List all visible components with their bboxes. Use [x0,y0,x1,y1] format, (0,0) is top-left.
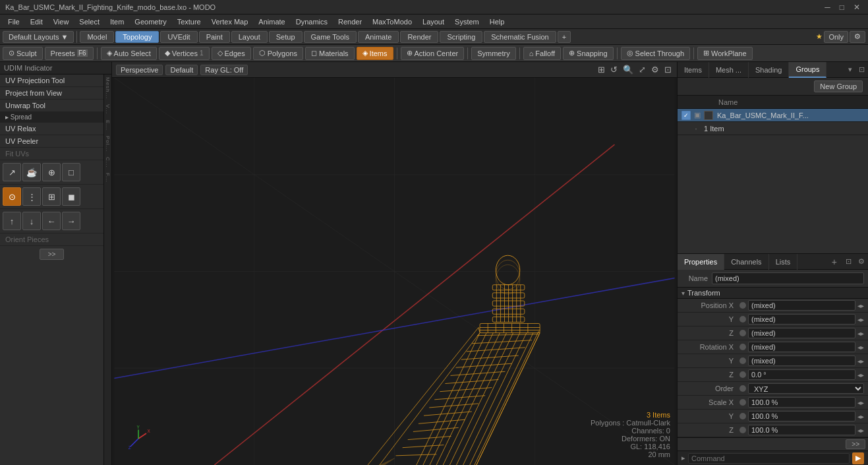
vp-icon-expand[interactable]: ⊡ [663,65,673,75]
menu-dynamics[interactable]: Dynamics [291,16,333,27]
tool-icon-2[interactable]: ☕ [22,163,41,181]
pos-y-input[interactable] [748,314,855,325]
scale-y-dot[interactable] [739,413,746,419]
order-dot[interactable] [739,385,746,392]
tab-animate[interactable]: Animate [358,31,399,43]
vp-icon-fullscreen[interactable]: ⤢ [637,65,647,75]
tab-expand-icon[interactable]: ⊡ [855,63,868,76]
menu-help[interactable]: Help [484,16,510,27]
arrow-down[interactable]: ↓ [22,212,41,230]
pos-y-dot[interactable] [739,316,746,323]
tab-groups[interactable]: Groups [789,62,826,78]
pos-y-arrow[interactable]: ◂▸ [857,316,864,323]
vp-icon-settings[interactable]: ⚙ [650,65,660,75]
tab-chevron-icon[interactable]: ▾ [845,63,855,76]
pos-x-dot[interactable] [739,302,746,309]
tool-unwrap[interactable]: Unwrap Tool [0,100,103,112]
tab-items[interactable]: Items [678,62,709,78]
menu-animate[interactable]: Animate [253,16,290,27]
new-group-button[interactable]: New Group [814,80,863,92]
tool-icon-6[interactable]: ⋮ [22,187,41,206]
menu-maxtomodo[interactable]: MaxToModo [367,16,417,27]
tab-paint[interactable]: Paint [199,31,230,43]
menu-view[interactable]: View [48,16,74,27]
rot-y-dot[interactable] [739,357,746,364]
tab-schematic[interactable]: Schematic Fusion [484,31,556,43]
tab-setup[interactable]: Setup [269,31,303,43]
symmetry-button[interactable]: Symmetry [471,47,516,60]
pos-z-arrow[interactable]: ◂▸ [857,330,864,337]
viewport[interactable]: Perspective Default Ray GL: Off ⊞ ↺ 🔍 ⤢ … [112,62,677,465]
ptab-lists[interactable]: Lists [769,254,798,270]
more-button[interactable]: >> [40,249,65,260]
settings-button[interactable]: ⚙ [850,31,865,43]
polygons-button[interactable]: ⬡ Polygons [253,47,303,60]
tool-fit-uvs[interactable]: Fit UVs [0,148,103,160]
pos-z-input[interactable] [748,328,855,338]
minimize-button[interactable]: ─ [822,3,833,12]
arrow-left[interactable]: ← [42,212,61,230]
tree-row-sub[interactable]: · 1 Item [678,122,868,135]
command-input[interactable] [688,453,850,464]
layout-selector[interactable]: Default Layouts ▼ [3,31,74,43]
tab-uvedit[interactable]: UVEdit [160,31,197,43]
sculpt-button[interactable]: ⊙ Sculpt [3,47,43,60]
ptab-icon-2[interactable]: ⚙ [855,255,868,268]
vp-icon-refresh[interactable]: ↺ [609,65,619,75]
viewport-canvas[interactable]: 3 Items Polygons : Catmull-Clark Channel… [112,78,677,465]
tree-lock-checkbox[interactable] [704,111,713,120]
menu-geometry[interactable]: Geometry [129,16,171,27]
menu-item[interactable]: Item [105,16,129,27]
only-button[interactable]: Only [824,31,848,43]
menu-system[interactable]: System [449,16,484,27]
rot-z-dot[interactable] [739,371,746,378]
tab-layout[interactable]: Layout [231,31,268,43]
scale-z-dot[interactable] [739,427,746,433]
vp-icon-search[interactable]: 🔍 [622,65,635,75]
tab-scripting[interactable]: Scripting [440,31,482,43]
menu-layout[interactable]: Layout [417,16,449,27]
ptab-channels[interactable]: Channels [724,254,768,270]
rot-y-arrow[interactable]: ◂▸ [857,357,864,365]
tool-icon-8[interactable]: ◼ [62,187,80,206]
falloff-button[interactable]: ⌂ Falloff [523,47,561,60]
ptab-icon-1[interactable]: ⊡ [842,255,855,268]
rot-z-arrow[interactable]: ◂▸ [857,371,864,379]
action-center-button[interactable]: ⊕ Action Center [401,47,465,60]
tab-render[interactable]: Render [400,31,438,43]
scale-x-input[interactable] [748,397,855,408]
close-button[interactable]: ✕ [851,3,863,12]
pos-z-dot[interactable] [739,330,746,336]
maximize-button[interactable]: □ [837,3,847,12]
menu-texture[interactable]: Texture [172,16,206,27]
tool-icon-4[interactable]: □ [62,163,80,181]
tool-uv-projection[interactable]: UV Projection Tool [0,75,103,87]
workplane-button[interactable]: ⊞ WorkPlane [697,47,753,60]
menu-vertex-map[interactable]: Vertex Map [206,16,254,27]
vp-perspective-btn[interactable]: Perspective [116,65,163,75]
tool-icon-5[interactable]: ⊙ [3,187,21,206]
name-input[interactable] [712,272,864,284]
rot-y-input[interactable] [748,356,855,366]
ptab-properties[interactable]: Properties [678,254,724,270]
arrow-up[interactable]: ↑ [3,212,21,230]
pos-x-input[interactable] [748,300,855,311]
materials-button[interactable]: ◻ Materials [305,47,355,60]
scale-y-input[interactable] [748,411,855,421]
rot-x-arrow[interactable]: ◂▸ [857,344,864,351]
vp-raygl-btn[interactable]: Ray GL: Off [200,65,248,75]
scale-x-dot[interactable] [739,399,746,406]
add-tab-button[interactable]: + [826,255,842,269]
vp-icon-frame[interactable]: ⊞ [596,65,606,75]
vp-default-btn[interactable]: Default [165,65,198,75]
scale-z-input[interactable] [748,425,855,435]
auto-select-button[interactable]: ◈ Auto Select [101,47,157,60]
tab-shading[interactable]: Shading [749,62,789,78]
rot-z-input[interactable] [748,369,855,380]
tab-game-tools[interactable]: Game Tools [304,31,357,43]
command-execute-button[interactable]: ▶ [852,452,864,464]
tool-uv-peeler[interactable]: UV Peeler [0,135,103,148]
menu-select[interactable]: Select [74,16,105,27]
add-tab-button[interactable]: + [558,31,571,43]
tree-row-main[interactable]: ✓ ▣ Ka_Bar_USMC_Mark_II_F... [678,109,868,122]
